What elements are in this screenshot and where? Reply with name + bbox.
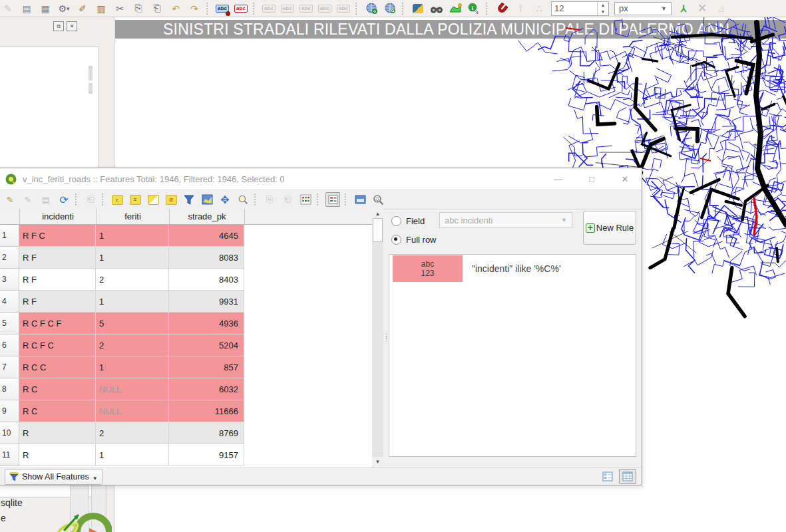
- deselect-all-icon[interactable]: ⊘: [164, 193, 178, 206]
- cell-strade-pk[interactable]: 857: [169, 356, 244, 378]
- pin-labels-icon[interactable]: abc: [216, 2, 229, 15]
- new-rule-button[interactable]: + New Rule: [583, 211, 636, 245]
- highlight-labels-icon[interactable]: abc: [234, 2, 248, 15]
- panel-scrollbar-thumb[interactable]: [89, 66, 93, 80]
- table-row[interactable]: 6 R C F C 2 5204: [0, 334, 372, 356]
- select-by-expression-icon[interactable]: ε: [110, 193, 124, 206]
- cell-incidenti[interactable]: R C: [19, 378, 96, 400]
- multiedit-icon[interactable]: ✎: [21, 193, 35, 206]
- undo-icon[interactable]: ↶: [169, 2, 182, 15]
- label-move-icon[interactable]: abc: [299, 2, 313, 15]
- spin-down-icon[interactable]: ▼: [598, 9, 608, 15]
- flash-features-icon[interactable]: [236, 193, 250, 206]
- panel-scrollbar-thumb[interactable]: [89, 83, 93, 94]
- cell-incidenti[interactable]: R C F C F: [19, 313, 96, 334]
- field-radio[interactable]: Field: [391, 216, 425, 226]
- cell-strade-pk[interactable]: 11666: [169, 400, 244, 422]
- paste-icon[interactable]: ⎗: [150, 2, 164, 15]
- label-rotate-icon[interactable]: abc: [318, 2, 331, 15]
- table-scrollbar[interactable]: ▲ ▼: [372, 209, 383, 466]
- row-number[interactable]: 3: [0, 269, 19, 291]
- row-number[interactable]: 7: [0, 356, 19, 378]
- table-row[interactable]: 9 R C NULL 11666: [0, 400, 372, 422]
- undock-panel-icon[interactable]: ⧉: [53, 21, 64, 31]
- table-row[interactable]: 10 R 2 8769: [0, 422, 372, 444]
- avoid-intersections-icon[interactable]: ✕: [695, 2, 709, 15]
- table-row[interactable]: 5 R C F C F 5 4936: [0, 313, 372, 334]
- cell-incidenti[interactable]: R F C: [19, 225, 96, 247]
- cell-feriti[interactable]: NULL: [96, 400, 169, 422]
- scroll-up-icon[interactable]: ▲: [372, 209, 383, 218]
- layout-manager-icon[interactable]: ▦: [39, 2, 52, 15]
- dock-table-icon[interactable]: [353, 193, 367, 206]
- label-edit-icon[interactable]: abc: [337, 2, 350, 15]
- cell-feriti[interactable]: 5: [96, 313, 169, 334]
- topology-edit-icon[interactable]: ⟟: [514, 2, 527, 15]
- vertex-tool-icon[interactable]: ∴: [532, 2, 546, 15]
- cell-feriti[interactable]: 2: [96, 269, 169, 291]
- cell-feriti[interactable]: 1: [96, 291, 169, 313]
- size-spinbox-input[interactable]: [552, 2, 597, 15]
- cell-strade-pk[interactable]: 4936: [169, 313, 244, 334]
- maximize-button[interactable]: □: [575, 168, 608, 190]
- label-tool-icon[interactable]: abc: [262, 2, 276, 15]
- add-feature-icon[interactable]: ⎗: [84, 193, 97, 206]
- cell-strade-pk[interactable]: 8403: [169, 269, 244, 291]
- feature-filter-button[interactable]: Show All Features ▼: [5, 469, 102, 485]
- cell-feriti[interactable]: NULL: [96, 378, 169, 400]
- row-number[interactable]: 6: [0, 334, 19, 356]
- spin-up-icon[interactable]: ▲: [598, 2, 608, 9]
- cell-strade-pk[interactable]: 9157: [169, 444, 244, 466]
- scroll-down-icon[interactable]: ▼: [372, 457, 383, 466]
- full-row-radio[interactable]: Full row: [391, 235, 437, 245]
- web-layer-add-icon[interactable]: [365, 2, 378, 15]
- column-header-incidenti[interactable]: incidenti: [20, 209, 97, 224]
- unit-combo[interactable]: px ▼: [614, 2, 672, 15]
- splitter-handle[interactable]: ⋮⋮: [383, 334, 387, 340]
- style-brush-icon[interactable]: ✎: [1, 2, 15, 15]
- identify-features-icon[interactable]: i: [467, 2, 481, 15]
- save-project-icon[interactable]: ▤: [20, 2, 33, 15]
- table-row[interactable]: 8 R C NULL 6032: [0, 378, 372, 400]
- web-layer-search-icon[interactable]: [383, 2, 397, 15]
- field-calculator-icon[interactable]: [299, 193, 312, 206]
- cell-strade-pk[interactable]: 6032: [169, 378, 244, 400]
- select-all-icon[interactable]: ≡: [128, 193, 142, 206]
- style-manager-icon[interactable]: ⚙▾: [57, 2, 71, 15]
- table-view-toggle[interactable]: [619, 469, 636, 484]
- cell-incidenti[interactable]: R F: [19, 269, 96, 291]
- cell-strade-pk[interactable]: 8769: [169, 422, 244, 444]
- dialog-titlebar[interactable]: v_inc_feriti_roads :: Features Total: 19…: [0, 168, 642, 190]
- row-number[interactable]: 5: [0, 313, 19, 334]
- copy-features-icon[interactable]: ⎘: [263, 193, 276, 206]
- cell-incidenti[interactable]: R C F C: [19, 334, 96, 356]
- redo-icon[interactable]: ↷: [188, 2, 201, 15]
- cell-incidenti[interactable]: R: [19, 422, 96, 444]
- toggle-editing-icon[interactable]: ✎: [3, 193, 17, 206]
- size-spinbox[interactable]: ▲▼: [551, 1, 609, 16]
- filter-form-icon[interactable]: [182, 193, 196, 206]
- row-number[interactable]: 4: [0, 291, 19, 313]
- cell-feriti[interactable]: 2: [96, 422, 169, 444]
- row-number[interactable]: 1: [0, 225, 19, 247]
- invert-selection-icon[interactable]: [146, 193, 160, 206]
- cell-incidenti[interactable]: R C: [19, 400, 96, 422]
- paste-features-icon[interactable]: ⎗: [281, 193, 294, 206]
- measure-area-icon[interactable]: [449, 2, 462, 15]
- search-binoculars-icon[interactable]: [430, 2, 443, 15]
- pan-to-selection-icon[interactable]: ✥: [218, 193, 232, 206]
- minimize-button[interactable]: —: [542, 168, 575, 190]
- edit-symbology-icon[interactable]: ✐: [76, 2, 89, 15]
- header-corner[interactable]: [0, 209, 20, 224]
- table-row[interactable]: 11 R 1 9157: [0, 444, 372, 466]
- cell-strade-pk[interactable]: 5204: [169, 334, 244, 356]
- cell-feriti[interactable]: 1: [96, 356, 169, 378]
- table-row[interactable]: 2 R F 1 8083: [0, 247, 372, 269]
- cell-incidenti[interactable]: R F: [19, 291, 96, 313]
- cell-feriti[interactable]: 1: [96, 444, 169, 466]
- cell-incidenti[interactable]: R: [19, 444, 96, 466]
- reload-table-icon[interactable]: ⟳: [57, 193, 71, 206]
- cell-feriti[interactable]: 2: [96, 334, 169, 356]
- cell-feriti[interactable]: 1: [96, 225, 169, 247]
- scrollbar-thumb[interactable]: [373, 218, 383, 242]
